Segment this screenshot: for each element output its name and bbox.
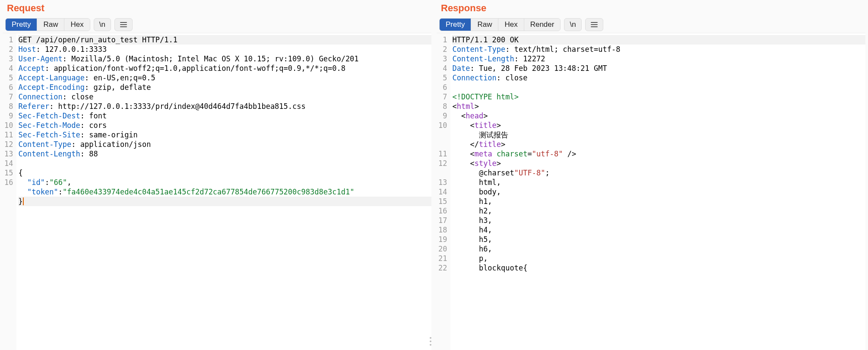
code-line[interactable]: Content-Length: 88 <box>18 149 431 159</box>
response-view-tabs: PrettyRawHexRender <box>439 18 561 31</box>
code-line[interactable]: Content-Type: text/html; charset=utf-8 <box>452 45 865 54</box>
code-line[interactable]: Accept-Encoding: gzip, deflate <box>18 83 431 92</box>
newline-toggle[interactable]: \n <box>94 18 111 31</box>
code-line[interactable]: h5, <box>452 235 865 244</box>
hamburger-icon <box>120 21 127 29</box>
code-line[interactable]: h6, <box>452 244 865 254</box>
view-tab-hex[interactable]: Hex <box>64 19 89 31</box>
code-line[interactable]: Content-Type: application/json <box>18 140 431 149</box>
resize-handle-icon[interactable] <box>430 337 431 346</box>
code-line[interactable]: Connection: close <box>452 73 865 83</box>
code-line[interactable]: } <box>18 197 431 206</box>
code-line[interactable]: </title> <box>452 140 865 149</box>
code-line[interactable]: { <box>18 168 431 178</box>
view-tab-hex[interactable]: Hex <box>498 19 523 31</box>
response-title: Response <box>437 0 865 18</box>
code-line[interactable]: h4, <box>452 225 865 235</box>
response-toolbar: PrettyRawHexRender \n <box>437 18 865 33</box>
code-line[interactable] <box>452 83 865 92</box>
code-line[interactable]: Sec-Fetch-Mode: cors <box>18 121 431 130</box>
code-line[interactable]: <head> <box>452 111 865 121</box>
code-line[interactable] <box>18 159 431 168</box>
request-code[interactable]: GET /api/open/run_auto_test HTTP/1.1Host… <box>16 33 431 350</box>
options-menu-button[interactable] <box>585 18 603 31</box>
code-line[interactable]: "id":"66", <box>18 178 431 187</box>
response-gutter: 12345678910111213141516171819202122 <box>437 33 450 350</box>
code-line[interactable]: h1, <box>452 197 865 206</box>
text-cursor <box>23 197 24 205</box>
code-line[interactable]: html, <box>452 178 865 187</box>
response-editor[interactable]: 12345678910111213141516171819202122 HTTP… <box>437 33 865 350</box>
code-line[interactable]: h2, <box>452 206 865 216</box>
newline-toggle[interactable]: \n <box>564 18 581 31</box>
code-line[interactable]: p, <box>452 254 865 263</box>
view-tab-pretty[interactable]: Pretty <box>440 19 471 31</box>
view-tab-raw[interactable]: Raw <box>37 19 64 31</box>
code-line[interactable]: GET /api/open/run_auto_test HTTP/1.1 <box>18 35 431 45</box>
response-code[interactable]: HTTP/1.1 200 OKContent-Type: text/html; … <box>450 33 865 350</box>
code-line[interactable]: HTTP/1.1 200 OK <box>452 35 865 45</box>
code-line[interactable]: <html> <box>452 102 865 111</box>
code-line[interactable]: <style> <box>452 159 865 168</box>
code-line[interactable]: Accept: application/font-woff2;q=1.0,app… <box>18 64 431 73</box>
code-line[interactable]: Date: Tue, 28 Feb 2023 13:48:21 GMT <box>452 64 865 73</box>
code-line[interactable]: @charset"UTF-8"; <box>452 168 865 178</box>
view-tab-raw[interactable]: Raw <box>471 19 498 31</box>
code-line[interactable]: Content-Length: 12272 <box>452 54 865 64</box>
code-line[interactable]: body, <box>452 187 865 197</box>
code-line[interactable]: Sec-Fetch-Dest: font <box>18 111 431 121</box>
view-tab-pretty[interactable]: Pretty <box>6 19 37 31</box>
code-line[interactable]: h3, <box>452 216 865 225</box>
code-line[interactable]: Sec-Fetch-Site: same-origin <box>18 130 431 140</box>
code-line[interactable]: <!DOCTYPE html> <box>452 92 865 102</box>
request-title: Request <box>3 0 431 18</box>
request-toolbar: PrettyRawHex \n <box>3 18 431 33</box>
code-line[interactable]: Referer: http://127.0.0.1:3333/prd/index… <box>18 102 431 111</box>
request-view-tabs: PrettyRawHex <box>5 18 90 31</box>
code-line[interactable]: "token":"fa460e433974ede4c04a51ae145cf2d… <box>18 187 431 197</box>
request-gutter: 12345678910111213141516 <box>3 33 16 350</box>
code-line[interactable]: <title> <box>452 121 865 130</box>
request-pane: Request PrettyRawHex \n 1234567891011121… <box>0 0 434 350</box>
code-line[interactable]: Accept-Language: en-US,en;q=0.5 <box>18 73 431 83</box>
code-line[interactable]: 测试报告 <box>452 130 865 140</box>
options-menu-button[interactable] <box>114 18 133 31</box>
code-line[interactable]: <meta charset="utf-8" /> <box>452 149 865 159</box>
view-tab-render[interactable]: Render <box>524 19 561 31</box>
code-line[interactable]: Connection: close <box>18 92 431 102</box>
code-line[interactable]: Host: 127.0.0.1:3333 <box>18 45 431 54</box>
code-line[interactable]: blockquote{ <box>452 263 865 273</box>
request-editor[interactable]: 12345678910111213141516 GET /api/open/ru… <box>3 33 431 350</box>
code-line[interactable]: User-Agent: Mozilla/5.0 (Macintosh; Inte… <box>18 54 431 64</box>
response-pane: Response PrettyRawHexRender \n 123456789… <box>434 0 868 350</box>
hamburger-icon <box>591 21 598 29</box>
